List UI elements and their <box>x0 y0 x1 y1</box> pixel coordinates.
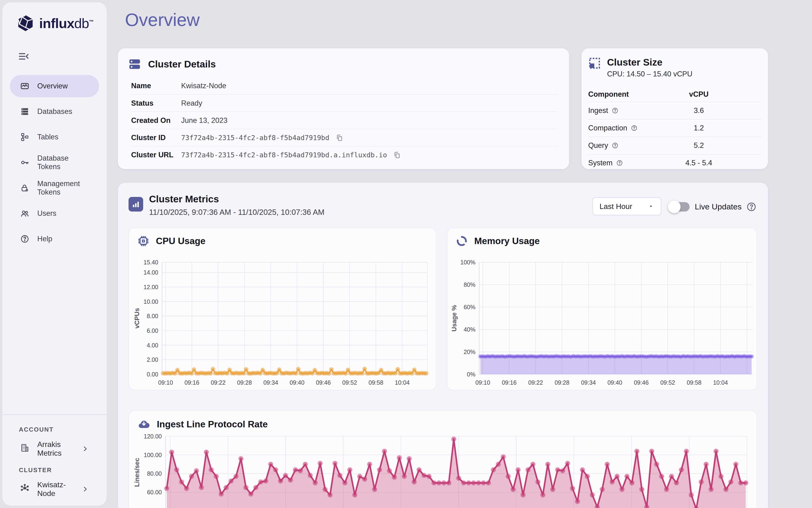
sidebar-item-tables[interactable]: Tables <box>10 126 99 148</box>
svg-text:10:04: 10:04 <box>395 379 410 386</box>
cpu-chip-icon <box>137 235 149 247</box>
sidebar-item-users[interactable]: Users <box>10 202 99 224</box>
select-caret-icon <box>648 203 654 210</box>
svg-text:09:46: 09:46 <box>634 379 649 386</box>
question-circle-icon[interactable] <box>631 125 638 131</box>
cluster-node-icon <box>20 484 29 495</box>
chevron-right-icon <box>82 445 89 452</box>
sidebar-collapse-button[interactable] <box>17 50 30 63</box>
svg-text:09:34: 09:34 <box>263 379 278 386</box>
users-icon <box>20 209 29 218</box>
live-updates-toggle[interactable] <box>669 202 690 212</box>
app-root: influxdb™ Overview Databases <box>0 0 812 508</box>
svg-text:60%: 60% <box>464 304 475 310</box>
question-circle-icon[interactable] <box>612 107 618 114</box>
time-range-select[interactable]: Last Hour <box>592 198 661 215</box>
sidebar-item-help[interactable]: Help <box>10 228 99 250</box>
svg-text:100%: 100% <box>460 259 475 265</box>
overview-icon <box>20 82 29 91</box>
sidebar-item-label: Database Tokens <box>37 154 89 171</box>
detail-row-cluster-url: Cluster URL 73f72a4b-2315-4fc2-abf8-f5b4… <box>131 146 558 163</box>
svg-text:10.00: 10.00 <box>143 298 158 305</box>
svg-text:6.00: 6.00 <box>147 327 158 334</box>
svg-text:8.00: 8.00 <box>147 313 158 319</box>
cpu-usage-chart[interactable]: 09:1009:1609:2209:2809:3409:4009:4609:52… <box>133 259 432 388</box>
memory-usage-title: Memory Usage <box>474 236 540 246</box>
sidebar-item-label: Management Tokens <box>37 179 89 197</box>
svg-text:15.40: 15.40 <box>143 259 158 265</box>
svg-text:09:10: 09:10 <box>158 379 173 386</box>
detail-row-cluster-id: Cluster ID 73f72a4b-2315-4fc2-abf8-f5b4a… <box>131 129 558 146</box>
memory-usage-header: Memory Usage <box>456 235 540 247</box>
sidebar: influxdb™ Overview Databases <box>2 2 106 506</box>
svg-text:09:40: 09:40 <box>290 379 304 386</box>
svg-text:60.00: 60.00 <box>147 489 162 496</box>
sidebar-item-label: Databases <box>37 107 72 116</box>
cluster-metrics-card: Cluster Metrics 11/10/2025, 9:07:36 AM -… <box>118 183 768 508</box>
ingest-rate-header: Ingest Line Protocol Rate <box>137 418 268 431</box>
size-row-compaction: Compaction 1.2 <box>588 119 761 136</box>
svg-text:14.00: 14.00 <box>143 269 158 276</box>
sidebar-divider <box>2 414 106 415</box>
influxdb-logo-text: influxdb™ <box>39 15 93 31</box>
databases-icon <box>20 107 29 116</box>
tables-icon <box>20 132 29 141</box>
sidebar-item-label: Overview <box>37 82 68 90</box>
cluster-details-card: Cluster Details Name Kwisatz-Node Status… <box>118 48 569 169</box>
cpu-usage-title: CPU Usage <box>156 236 205 246</box>
svg-text:80.00: 80.00 <box>147 470 162 477</box>
size-row-query: Query 5.2 <box>588 136 761 154</box>
detail-row-created-on: Created On June 13, 2023 <box>131 112 558 129</box>
cluster-switcher[interactable]: Kwisatz-Node <box>10 478 99 501</box>
cluster-size-card: Cluster Size CPU: 14.50 – 15.40 vCPU Com… <box>582 48 768 169</box>
copy-cluster-id-button[interactable] <box>336 134 343 141</box>
sidebar-item-management-tokens[interactable]: Management Tokens <box>10 177 99 199</box>
detail-row-name: Name Kwisatz-Node <box>131 77 558 94</box>
cluster-metrics-icon <box>129 197 143 212</box>
memory-usage-chart-card: Memory Usage 09:1009:1609:2209:2809:3409… <box>447 227 757 390</box>
cluster-size-icon <box>588 57 601 70</box>
cluster-size-header: Cluster Size CPU: 14.50 – 15.40 vCPU <box>582 48 768 78</box>
svg-text:2.00: 2.00 <box>147 356 158 363</box>
lock-icon <box>20 183 29 193</box>
cloud-download-icon <box>137 418 150 431</box>
svg-text:09:10: 09:10 <box>475 379 490 386</box>
cluster-url-value: 73f72a4b-2315-4fc2-abf8-f5b4ad7919bd.a.i… <box>181 151 387 159</box>
question-circle-icon[interactable] <box>616 160 623 166</box>
svg-text:09:22: 09:22 <box>211 379 226 386</box>
svg-text:40%: 40% <box>464 326 475 333</box>
question-circle-icon[interactable] <box>612 142 618 149</box>
cluster-details-header: Cluster Details <box>118 48 569 71</box>
memory-ring-icon <box>456 235 468 247</box>
svg-text:4.00: 4.00 <box>147 342 158 348</box>
live-updates-label: Live Updates <box>695 202 741 211</box>
svg-text:09:58: 09:58 <box>369 379 383 386</box>
ingest-rate-chart[interactable]: 120.00100.0080.0060.00Lines/sec <box>133 433 752 508</box>
cluster-name: Kwisatz-Node <box>37 480 74 498</box>
cluster-details-rows: Name Kwisatz-Node Status Ready Created O… <box>131 77 558 163</box>
svg-text:Lines/sec: Lines/sec <box>133 458 140 487</box>
status-value: Ready <box>181 99 202 108</box>
account-name: Arrakis Metrics <box>37 440 74 458</box>
help-icon <box>20 235 29 243</box>
cpu-usage-chart-card: CPU Usage 09:1009:1609:2209:2809:3409:40… <box>129 227 436 390</box>
sidebar-item-database-tokens[interactable]: Database Tokens <box>10 152 99 174</box>
account-switcher[interactable]: Arrakis Metrics <box>10 437 99 460</box>
size-table-header: Component vCPU <box>588 87 761 102</box>
sidebar-item-overview[interactable]: Overview <box>10 75 99 97</box>
sidebar-item-databases[interactable]: Databases <box>10 100 99 123</box>
svg-text:09:52: 09:52 <box>342 379 357 386</box>
size-row-system: System 4.5 - 5.4 <box>588 154 761 171</box>
chevron-right-icon <box>82 485 89 493</box>
sidebar-item-label: Tables <box>37 133 58 141</box>
svg-text:vCPUs: vCPUs <box>133 308 140 329</box>
svg-text:09:28: 09:28 <box>555 379 569 386</box>
key-icon <box>20 158 29 167</box>
cluster-size-subtitle: CPU: 14.50 – 15.40 vCPU <box>607 70 692 78</box>
copy-cluster-url-button[interactable] <box>393 151 401 159</box>
metrics-help-icon[interactable] <box>746 202 756 212</box>
copy-icon <box>393 151 401 159</box>
memory-usage-chart[interactable]: 09:1009:1609:2209:2809:3409:4009:4609:52… <box>450 259 758 388</box>
sidebar-item-label: Users <box>37 209 56 218</box>
svg-text:0%: 0% <box>467 371 475 378</box>
